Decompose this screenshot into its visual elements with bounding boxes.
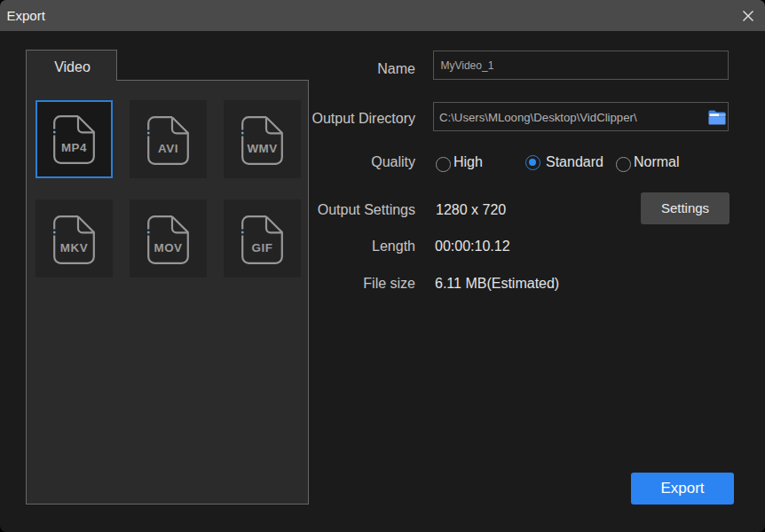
svg-text:AVI: AVI	[158, 142, 178, 155]
svg-text:GIF: GIF	[252, 241, 273, 254]
svg-text:MKV: MKV	[60, 241, 88, 254]
svg-text:WMV: WMV	[247, 142, 277, 155]
svg-text:MOV: MOV	[154, 241, 182, 254]
svg-text:MP4: MP4	[61, 141, 87, 154]
